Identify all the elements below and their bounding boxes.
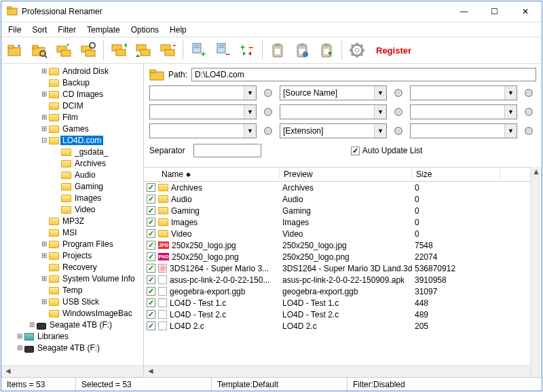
expand-icon[interactable] <box>39 101 49 111</box>
tree-item[interactable]: ⊞CD Images <box>3 88 142 100</box>
auto-update-checkbox[interactable]: ✓Auto Update List <box>351 146 423 155</box>
file-row[interactable]: ✓PNG250x250_logo.png250x250_logo.png2207… <box>144 251 530 262</box>
tree-item[interactable]: Backup <box>3 77 142 88</box>
tree-item[interactable]: Images <box>3 192 142 203</box>
tree-item[interactable]: MSI <box>3 227 142 238</box>
toolbar-btn-12[interactable] <box>291 39 313 61</box>
menu-file[interactable]: File <box>3 24 26 36</box>
tree-label[interactable]: MP3Z <box>60 216 86 226</box>
chevron-down-icon[interactable]: ▼ <box>244 86 256 100</box>
tree-item[interactable]: Archives <box>3 157 142 169</box>
toolbar-btn-8[interactable]: + <box>187 39 209 61</box>
file-row[interactable]: ✓ImagesImages0 <box>144 216 530 228</box>
tree-item[interactable]: ⊞USB Stick <box>3 296 142 307</box>
tree-item[interactable]: ⊞Film <box>3 111 142 123</box>
row-checkbox[interactable]: ✓ <box>147 229 155 238</box>
close-button[interactable]: ✕ <box>510 2 540 21</box>
col-size[interactable]: Size <box>412 168 500 180</box>
tree-item[interactable]: Temp <box>3 284 142 296</box>
minimize-button[interactable]: — <box>449 2 479 21</box>
rule-gear-3[interactable] <box>521 85 536 100</box>
rule-combo-2[interactable]: [Source Name]▼ <box>280 85 387 100</box>
tree-label[interactable]: Images <box>73 193 103 203</box>
tree-label[interactable]: Archives <box>73 159 108 168</box>
tree-item[interactable]: Video <box>3 203 142 215</box>
row-checkbox[interactable]: ✓ <box>147 275 155 284</box>
tree-label[interactable]: Program Files <box>60 239 115 249</box>
rule-gear-6[interactable] <box>521 104 536 119</box>
rule-gear-2[interactable] <box>391 85 406 100</box>
tree-item[interactable]: ⊞Android Disk <box>3 65 142 77</box>
register-link[interactable]: Register <box>376 45 411 56</box>
expand-icon[interactable]: ⊞ <box>39 297 49 307</box>
toolbar-btn-9[interactable]: − <box>212 39 233 61</box>
expand-icon[interactable]: ⊞ <box>39 124 49 134</box>
menu-filter[interactable]: Filter <box>52 24 81 36</box>
tree-hscroll[interactable]: ◄ <box>1 366 143 377</box>
expand-icon[interactable] <box>39 286 49 295</box>
tree-label[interactable]: Projects <box>60 251 94 260</box>
tree-item[interactable]: ⊞Seagate 4TB (F:) <box>3 319 142 330</box>
menu-options[interactable]: Options <box>126 24 164 36</box>
tree-label[interactable]: Recovery <box>60 262 99 272</box>
menu-sort[interactable]: Sort <box>26 24 52 36</box>
tree-label[interactable]: _gsdata_ <box>73 147 110 157</box>
chevron-down-icon[interactable]: ▼ <box>504 105 517 119</box>
rule-combo-ext[interactable]: [Extension]▼ <box>280 123 387 138</box>
tree-item[interactable]: DCIM <box>3 100 142 111</box>
separator-input[interactable] <box>193 144 261 157</box>
tree-label[interactable]: LO4D.com <box>60 136 103 145</box>
tree-item[interactable]: Audio <box>3 169 142 180</box>
expand-icon[interactable]: ⊞ <box>39 274 49 283</box>
folder-tree[interactable]: ⊞Android DiskBackup⊞CD ImagesDCIM⊞Film⊞G… <box>1 64 143 366</box>
row-checkbox[interactable]: ✓ <box>147 264 155 273</box>
expand-icon[interactable] <box>52 205 61 214</box>
tree-item[interactable]: MP3Z <box>3 215 142 227</box>
rule-combo-5[interactable]: ▼ <box>280 104 387 119</box>
tree-label[interactable]: Temp <box>60 286 84 295</box>
expand-icon[interactable] <box>39 309 49 318</box>
rule-gear-4[interactable] <box>261 104 276 119</box>
rule-combo-4[interactable]: ▼ <box>149 104 257 119</box>
row-checkbox[interactable]: ✓ <box>147 241 155 250</box>
tree-item[interactable]: _gsdata_ <box>3 146 142 157</box>
chevron-down-icon[interactable]: ▼ <box>504 86 517 100</box>
expand-icon[interactable]: ⊟ <box>39 136 49 145</box>
file-row[interactable]: ✓LO4D - Test 1.cLO4D - Test 1.c448 <box>144 297 530 309</box>
row-checkbox[interactable]: ✓ <box>147 310 155 319</box>
tree-label[interactable]: DCIM <box>60 101 86 111</box>
tree-label[interactable]: USB Stick <box>60 297 101 307</box>
rule-gear-7[interactable] <box>261 123 276 138</box>
path-input[interactable] <box>191 68 536 81</box>
rule-gear-1[interactable] <box>261 85 276 100</box>
tree-item[interactable]: ⊞Program Files <box>3 238 142 250</box>
expand-icon[interactable]: ⊞ <box>15 332 24 341</box>
rule-combo-7[interactable]: ▼ <box>149 123 257 138</box>
file-row[interactable]: ✓GamingGaming0 <box>144 205 530 216</box>
tree-item[interactable]: Gaming <box>3 180 142 192</box>
expand-icon[interactable] <box>52 193 61 203</box>
rule-gear-9[interactable] <box>521 123 536 138</box>
rule-gear-5[interactable] <box>391 104 406 119</box>
chevron-down-icon[interactable]: ▼ <box>244 105 256 119</box>
tree-label[interactable]: CD Images <box>60 90 105 99</box>
rule-combo-1[interactable]: ▼ <box>149 85 257 100</box>
chevron-down-icon[interactable]: ▼ <box>374 105 386 119</box>
tree-label[interactable]: WindowsImageBac <box>60 309 134 318</box>
chevron-down-icon[interactable]: ▼ <box>504 124 517 138</box>
toolbar-btn-7[interactable]: − <box>157 39 179 61</box>
row-checkbox[interactable]: ✓ <box>147 195 155 203</box>
expand-icon[interactable]: ⊞ <box>39 251 49 260</box>
expand-icon[interactable] <box>52 182 61 191</box>
row-checkbox[interactable]: ✓ <box>147 218 155 227</box>
maximize-button[interactable]: ☐ <box>479 2 510 21</box>
tree-label[interactable]: Gaming <box>73 182 105 191</box>
row-checkbox[interactable]: ✓ <box>147 298 155 307</box>
tree-item[interactable]: ⊞Games <box>3 123 142 134</box>
file-row[interactable]: ✓AudioAudio0 <box>144 193 530 205</box>
expand-icon[interactable]: ⊞ <box>39 66 49 76</box>
tree-label[interactable]: Film <box>60 113 80 122</box>
file-row[interactable]: ✓asus-pc-link-2-0-0-22-150...asus-pc-lin… <box>144 274 530 286</box>
expand-icon[interactable] <box>52 170 61 180</box>
tree-label[interactable]: Libraries <box>35 332 71 341</box>
